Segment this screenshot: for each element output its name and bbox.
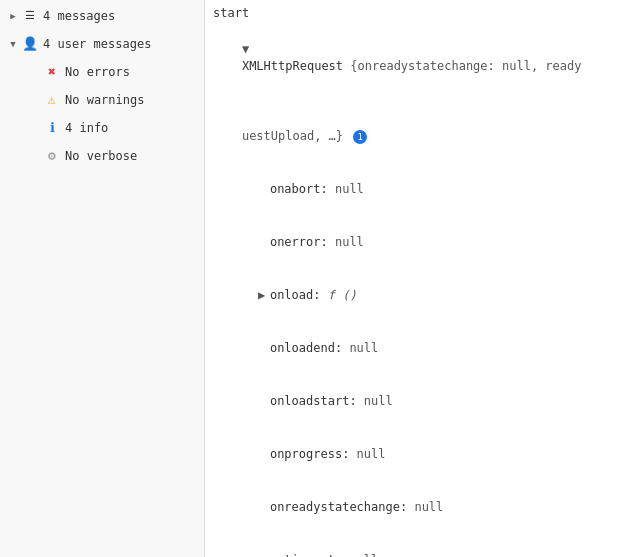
prop-onprogress: onprogress: null	[205, 428, 628, 481]
sidebar-item-verbose[interactable]: ⚙ No verbose	[0, 142, 204, 170]
sidebar-item-user-messages[interactable]: ▼ 👤 4 user messages	[0, 30, 204, 58]
sidebar-label-all-messages: 4 messages	[43, 7, 115, 25]
sidebar: ▶ ☰ 4 messages ▼ 👤 4 user messages ✖ No …	[0, 0, 205, 557]
expand-arrow-all: ▶	[6, 7, 20, 25]
sidebar-item-info[interactable]: ℹ 4 info	[0, 114, 204, 142]
sidebar-label-warnings: No warnings	[65, 91, 144, 109]
xhr-key: XMLHttpRequest	[242, 59, 350, 73]
prop-onloadstart: onloadstart: null	[205, 375, 628, 428]
person-icon: 👤	[22, 35, 38, 53]
sidebar-item-errors[interactable]: ✖ No errors	[0, 58, 204, 86]
xhr-expand-arrow[interactable]: ▼	[242, 41, 254, 58]
prop-ontimeout: ontimeout: null	[205, 534, 628, 557]
onload-expand[interactable]: ▶	[258, 287, 270, 304]
sidebar-label-errors: No errors	[65, 63, 130, 81]
console-output: start ▼ XMLHttpRequest {onreadystatechan…	[205, 0, 628, 557]
warning-icon: ⚠	[44, 91, 60, 109]
error-icon: ✖	[44, 63, 60, 81]
sidebar-item-warnings[interactable]: ⚠ No warnings	[0, 86, 204, 114]
prop-onreadystatechange: onreadystatechange: null	[205, 481, 628, 534]
start-label: start	[205, 4, 628, 23]
xhr-upload-suffix: uestUpload, …}	[242, 129, 350, 143]
sidebar-label-info: 4 info	[65, 119, 108, 137]
sidebar-item-all-messages[interactable]: ▶ ☰ 4 messages	[0, 2, 204, 30]
xhr-header-line: ▼ XMLHttpRequest {onreadystatechange: nu…	[205, 23, 628, 93]
expand-arrow-user: ▼	[6, 35, 20, 53]
prop-onload: ▶onload: f ()	[205, 269, 628, 322]
sidebar-label-user-messages: 4 user messages	[43, 35, 151, 53]
list-icon: ☰	[22, 7, 38, 25]
verbose-icon: ⚙	[44, 147, 60, 165]
prop-onerror: onerror: null	[205, 216, 628, 269]
prop-onloadend: onloadend: null	[205, 322, 628, 375]
xhr-summary: {onreadystatechange: null, ready	[350, 59, 581, 73]
xhr-upload-line: uestUpload, …} 1	[205, 93, 628, 163]
info-icon: ℹ	[44, 119, 60, 137]
sidebar-label-verbose: No verbose	[65, 147, 137, 165]
prop-onabort: onabort: null	[205, 163, 628, 216]
info-badge: 1	[353, 130, 367, 144]
